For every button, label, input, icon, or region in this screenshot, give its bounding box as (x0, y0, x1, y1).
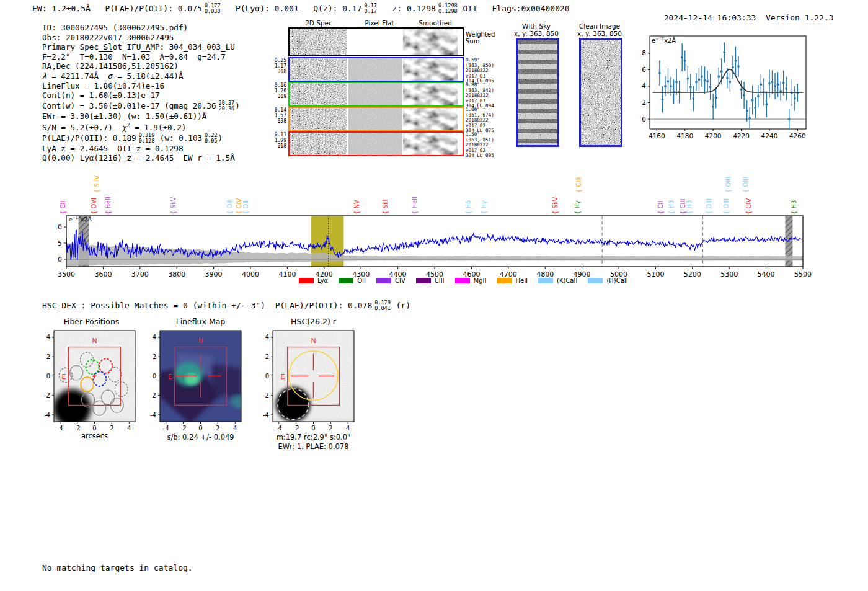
row4-2d-spec-image (290, 133, 347, 155)
spectrum-xtick-label: 3600 (94, 270, 112, 278)
cutout-xtick-label: -4 (163, 425, 169, 432)
col-header-pixel-flat: Pixel Flat (352, 19, 407, 27)
info-line-10-text: = 1.9(±0.2) (130, 123, 186, 132)
info-line-3: F=2.2" T=0.130 N=1.03 A=0.84 g=24.7 (42, 52, 240, 62)
spectrum-xtick-label: 4200 (316, 270, 333, 278)
line-id-label-CII: { CII (60, 201, 67, 215)
info-line-8: Cont(w) = 3.50(±0.01)e-17 (gmag 20.3620.… (42, 100, 240, 112)
fiber-cutout-row-3 (288, 107, 464, 131)
row3-2d-spec-image (290, 108, 347, 130)
data-point (740, 88, 743, 91)
info-line-10: S/N = 5.2(±0.7) χ2 = 1.9(±0.2) (42, 121, 240, 133)
info-line-13-text: Q(0.00) Lyα(1216) z = 2.4645 EW r = 1.5Å (42, 153, 235, 162)
spectrum-xtick-label: 4500 (426, 270, 443, 278)
line-id-label-SiIV: { SiIV (170, 197, 177, 215)
line-id-label-OIII: { OIII (706, 198, 713, 215)
data-point (670, 85, 672, 87)
header-summary-line: EW: 1.2±0.5Å P(LAE)/P(OII): 0.0750.1770.… (32, 3, 570, 14)
info-line-3-text: 130 (99, 52, 113, 61)
spectrum-svg: 3500360037003800390040004100420043004400… (56, 210, 818, 279)
full-spectrum-plot: e−17x2Å LyαOIICIVCIIIMgIIHeII(K)CaII(H)C… (56, 166, 818, 290)
compass-north-label: N (92, 337, 97, 345)
header-summary-stacked-range: 0.170.17 (365, 3, 377, 14)
hsc-ewr-plae-caption: EWr: 1. PLAE: 0.078 (256, 442, 371, 451)
info-line-12-text: LyA z = 2.4645 OII z = 0.1298 (42, 144, 183, 153)
info-line-3-text: A=0.8 (150, 52, 183, 61)
info-line-5-text: = 5.18(±2.44)Å (113, 71, 184, 81)
cutout-xtick-label: -4 (276, 425, 282, 432)
row2-2d-spec-image-noise (290, 83, 347, 105)
spectrum-xtick-label: 3700 (131, 270, 149, 278)
row3-pixel-flat-image (348, 108, 402, 130)
data-point (681, 56, 683, 59)
line-id-label-Hδ: { Hδ (465, 200, 472, 215)
row1-fiber-info-label: 0.69"(363, 850)20180222v017_03304_LU_095 (466, 58, 509, 84)
hsc-cutout-plot: NE-4-4-2-2002244 (244, 327, 358, 437)
row1-pixel-flat-image-noise (348, 58, 402, 81)
clean-image (579, 38, 622, 147)
data-point (723, 51, 725, 54)
info-line-10-text: S/N = 5.2(±0.7) (42, 123, 122, 132)
info-line-7-text: Cont(n) = 1.60(±0.13)e-17 (42, 91, 160, 100)
info-line-3-text: N=1. (113, 52, 141, 61)
info-line-12: LyA z = 2.4645 OII z = 0.1298 (42, 144, 240, 154)
hsc-plot-content (244, 327, 358, 434)
emission-line-fit-plot: e−17x2Å 02468416041804200422042404260 (642, 30, 812, 149)
info-line-9: EWr = 3.30(±1.30) (w: 1.50(±0.61))Å (42, 112, 240, 122)
detection-info-block: ID: 3000627495 (3000627495.pdf)Obs: 2018… (42, 23, 240, 163)
row1-pixel-flat-image (348, 58, 402, 81)
fiber-cutout-row-2 (288, 82, 464, 107)
compass-east-label: E (62, 373, 66, 381)
data-point (729, 81, 732, 83)
data-point (675, 81, 678, 83)
elixer-detection-report: { "header": { "summary_segments": [ {"t"… (0, 0, 868, 591)
with-sky-coords: x, y: 363, 850 (508, 30, 564, 37)
lineflux-plot-content (131, 327, 246, 434)
info-line-2-text: Primary Spec_Slot_IFU_AMP: 304_034_003_L… (42, 42, 235, 51)
compass-north-label: N (198, 337, 203, 345)
report-version: Version 1.22.3 (766, 13, 834, 22)
info-line-13: Q(0.00) Lyα(1216) z = 2.4645 EW r = 1.5Å (42, 153, 240, 163)
spectrum-xtick-label: 5000 (610, 270, 627, 278)
spectrum-xtick-label: 5200 (684, 270, 701, 278)
hsc-magnitude-caption: m:19.7 rc:2.9" s:0.0" (256, 433, 371, 442)
cutout-ytick-label: 4 (153, 334, 156, 340)
data-point (743, 94, 745, 97)
row4-smoothed-image-noise (403, 133, 458, 155)
weighted-2d-spec-image-noise (290, 29, 347, 55)
data-point (732, 66, 734, 69)
data-point (748, 117, 751, 120)
info-line-6: LineFlux = 1.80(±0.74)e-16 (42, 81, 240, 91)
spectrum-xtick-label: 4000 (242, 270, 259, 278)
lineflux-bright-core (185, 373, 198, 385)
row2-smoothed-image-noise (403, 83, 458, 105)
cutout-xtick-label: 0 (198, 425, 202, 432)
row1-smoothed-image (403, 58, 458, 81)
header-summary-text: z: 0.1298 (378, 4, 436, 13)
cutout-xtick-label: -2 (74, 425, 81, 432)
inset-ytick-label: 6 (642, 66, 646, 73)
cutout-xtick-label: -4 (57, 425, 63, 432)
line-id-label-OIII: { OIII (723, 198, 730, 215)
inset-ytick-label: 0 (642, 115, 646, 123)
line-id-label-OII: { OII (226, 200, 234, 215)
with-sky-header: With Sky x, y: 363, 850 (508, 22, 564, 37)
spectrum-xtick-label: 3900 (205, 270, 223, 278)
data-point (782, 82, 785, 84)
line-id-label-HeII: { HeII (411, 197, 418, 215)
cutout-ytick-label: 2 (265, 353, 269, 360)
weighted-pixel-flat-image (348, 29, 402, 55)
clean-image-header: Clean Image x, y: 363, 850 (572, 22, 627, 37)
cutout-ytick-label: 0 (46, 373, 50, 380)
row2-pixel-flat-image (348, 83, 402, 105)
data-point (768, 82, 771, 85)
data-point (715, 97, 717, 99)
weighted-sum-strip (288, 27, 464, 56)
data-point (709, 86, 712, 88)
row1-2d-spec-image (290, 58, 347, 81)
info-line-0: ID: 3000627495 (3000627495.pdf) (42, 23, 240, 33)
info-line-2: Primary Spec_Slot_IFU_AMP: 304_034_003_L… (42, 42, 240, 52)
spectrum-units-label: e−17x2Å (69, 215, 92, 223)
info-line-6-text: LineFlux = 1.80(±0.74)e-16 (42, 81, 164, 91)
data-point (717, 75, 720, 78)
